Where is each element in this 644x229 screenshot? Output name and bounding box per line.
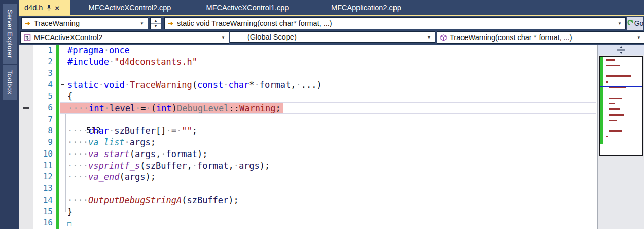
tab-label: MFCActiveXControl1.cpp <box>206 4 289 12</box>
line-number[interactable]: 10 <box>33 148 53 160</box>
minimap-line <box>606 136 608 137</box>
collapse-region-icon[interactable] <box>60 82 65 87</box>
code-line[interactable]: 12····va_end(args); <box>19 171 597 183</box>
chevron-down-icon[interactable]: ▼ <box>427 35 435 40</box>
minimap-line <box>609 114 624 116</box>
code-text: ····va_end(args); <box>67 171 156 183</box>
line-number[interactable]: 4 <box>33 79 53 91</box>
close-icon[interactable]: × <box>55 4 59 12</box>
code-line-content[interactable]: #pragma·once <box>60 45 596 56</box>
line-number[interactable]: 16 <box>33 217 53 229</box>
chevron-down-icon[interactable]: ▼ <box>221 35 229 40</box>
code-line-content[interactable] <box>60 68 596 80</box>
minimap-line <box>606 81 608 83</box>
code-line-content[interactable]: ····va_list·args; <box>60 137 596 148</box>
code-line[interactable]: 16□ <box>19 217 597 229</box>
code-text: ····va_start(args,·format); <box>67 148 207 160</box>
line-number[interactable]: 8 <box>33 125 53 137</box>
code-line-content[interactable] <box>60 183 596 195</box>
code-text: { <box>67 91 73 102</box>
line-number[interactable]: 2 <box>33 56 53 68</box>
code-line-content[interactable]: ····int·level·=·(int)DebugLevel::Warning… <box>60 102 596 114</box>
code-line-content[interactable]: □ <box>60 217 596 229</box>
project-dropdown[interactable]: MFCActiveXControl2 ▼ <box>20 31 229 44</box>
margin-marker-icon[interactable] <box>23 107 29 109</box>
line-number[interactable]: 12 <box>33 171 53 183</box>
sidebar-item-toolbox[interactable]: Toolbox <box>3 65 17 100</box>
left-tool-sidebar: Server Explorer Toolbox <box>0 0 19 229</box>
tab-label: MFCActiveXControl2.cpp <box>89 4 171 12</box>
line-number[interactable]: 9 <box>33 137 53 148</box>
chevron-down-icon[interactable]: ▼ <box>618 21 625 26</box>
code-line[interactable]: 10····va_start(args,·format); <box>19 148 597 160</box>
line-number[interactable]: 13 <box>33 183 53 195</box>
sidebar-item-label: Toolbox <box>6 70 13 94</box>
code-line[interactable]: 9····va_list·args; <box>19 137 597 148</box>
minimap-line <box>606 65 620 66</box>
scope-dropdown[interactable]: (Global Scope) ▼ <box>230 31 435 43</box>
code-line-content[interactable]: ····va_end(args); <box>60 171 596 183</box>
navigation-bar-row2: MFCActiveXControl2 ▼ (Global Scope) ▼ Tr… <box>19 30 644 45</box>
member-dropdown[interactable]: TraceWarning ▼ <box>21 17 148 29</box>
code-line[interactable]: 3 <box>19 68 597 80</box>
code-line-content[interactable]: } <box>60 206 596 218</box>
code-editor[interactable]: 1#pragma·once2#include·"d4dconstants.h"3… <box>19 45 597 229</box>
code-line[interactable]: 13 <box>19 183 597 195</box>
line-number[interactable]: 3 <box>33 68 53 80</box>
code-text: #include·"d4dconstants.h" <box>67 56 197 68</box>
method-dropdown[interactable]: TraceWarning(const char * format, ...) ▼ <box>437 31 644 44</box>
code-line-content[interactable]: ····OutputDebugStringA(szBuffer); <box>60 195 596 206</box>
code-line-content[interactable]: #include·"d4dconstants.h" <box>60 56 596 68</box>
code-text: ····char·szBuffer[512]·=·""; <box>67 125 197 137</box>
nav-arrow-icon <box>25 21 31 26</box>
code-line-content[interactable]: ····char·szBuffer[512]·=·""; <box>60 125 596 137</box>
code-line[interactable]: 5{ <box>19 91 597 102</box>
editor-splitter-handle[interactable] <box>598 45 644 55</box>
line-number[interactable]: 6 <box>33 102 53 114</box>
code-line-content[interactable]: static·void·TraceWarning(const·char*·for… <box>60 79 596 91</box>
go-button[interactable]: Go <box>627 17 643 30</box>
code-line-content[interactable]: ····va_start(args,·format); <box>60 148 596 160</box>
chevron-down-icon[interactable]: ▼ <box>140 21 148 26</box>
go-button-label: Go <box>634 19 644 27</box>
code-line[interactable]: 7 <box>19 114 597 126</box>
tab-label: MFCApplication2.cpp <box>331 4 401 12</box>
code-text: ····vsprintf_s(szBuffer,·format,·args); <box>67 160 270 172</box>
code-line[interactable]: 4static·void·TraceWarning(const·char*·fo… <box>19 79 597 91</box>
line-number[interactable]: 7 <box>33 114 53 126</box>
tab-d4d-h[interactable]: d4d.h × <box>19 0 70 15</box>
line-number[interactable]: 11 <box>33 160 53 172</box>
spinner-down-button[interactable]: ▼ <box>151 24 161 29</box>
pin-icon[interactable] <box>46 5 52 11</box>
code-line[interactable]: 15} <box>19 206 597 218</box>
source-overview-map[interactable] <box>599 56 643 156</box>
code-line-content[interactable]: ····vsprintf_s(szBuffer,·format,·args); <box>60 160 596 172</box>
document-tab-bar: d4d.h × MFCActiveXControl2.cpp MFCActive… <box>19 0 644 15</box>
code-line[interactable]: 2#include·"d4dconstants.h" <box>19 56 597 68</box>
minimap-line <box>606 75 631 77</box>
code-line-content[interactable]: { <box>60 91 596 102</box>
code-text: #pragma·once <box>67 45 130 56</box>
scrollbar-map-column[interactable] <box>597 45 644 229</box>
code-line[interactable]: 8····char·szBuffer[512]·=·""; <box>19 125 597 137</box>
member-spinner: ▲ ▼ <box>150 17 161 29</box>
line-number[interactable]: 1 <box>33 45 53 56</box>
line-number[interactable]: 5 <box>33 91 53 102</box>
code-line[interactable]: 6····int·level·=·(int)DebugLevel::Warnin… <box>19 102 597 114</box>
code-line[interactable]: 14····OutputDebugStringA(szBuffer); <box>19 195 597 206</box>
chevron-down-icon[interactable]: ▼ <box>637 35 644 40</box>
line-number[interactable]: 15 <box>33 206 53 218</box>
nav-arrow-icon <box>168 21 174 26</box>
tab-mfcactivexcontrol2-cpp[interactable]: MFCActiveXControl2.cpp <box>70 0 190 15</box>
code-line-content[interactable] <box>60 114 596 126</box>
code-line[interactable]: 1#pragma·once <box>19 45 597 56</box>
code-line[interactable]: 11····vsprintf_s(szBuffer,·format,·args)… <box>19 160 597 172</box>
line-number[interactable]: 14 <box>33 195 53 206</box>
navigation-bar-row1: TraceWarning ▼ ▲ ▼ static void TraceWarn… <box>19 16 644 30</box>
tab-mfcactivexcontrol1-cpp[interactable]: MFCActiveXControl1.cpp <box>187 0 308 15</box>
sidebar-item-server-explorer[interactable]: Server Explorer <box>3 4 17 64</box>
signature-dropdown[interactable]: static void TraceWarning(const char* for… <box>164 17 626 29</box>
spinner-up-button[interactable]: ▲ <box>151 18 161 24</box>
tab-mfcapplication2-cpp[interactable]: MFCApplication2.cpp <box>313 0 419 15</box>
signature-dropdown-value: static void TraceWarning(const char* for… <box>177 19 332 27</box>
